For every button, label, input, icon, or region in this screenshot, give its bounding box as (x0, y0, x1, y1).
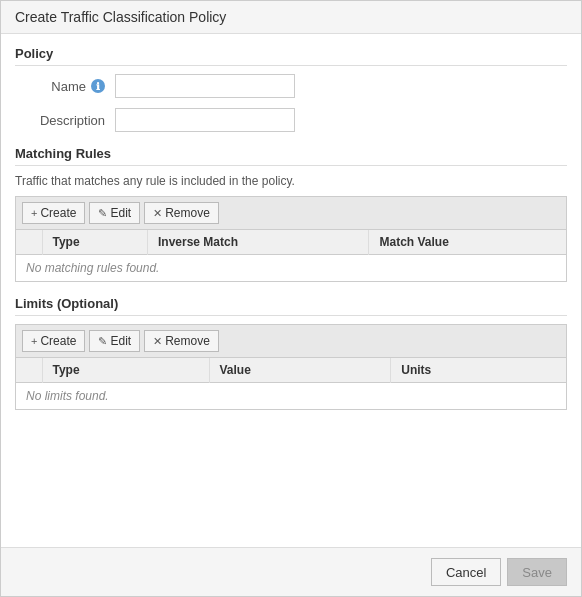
cancel-button[interactable]: Cancel (431, 558, 501, 586)
limits-table-container: Type Value Units No limits found. (15, 358, 567, 410)
name-label: Name ℹ (15, 79, 115, 94)
limits-remove-icon: ✕ (153, 335, 162, 348)
name-input[interactable] (115, 74, 295, 98)
matching-edit-icon: ✎ (98, 207, 107, 220)
description-input[interactable] (115, 108, 295, 132)
limits-header-row: Type Value Units (16, 358, 566, 383)
limits-empty-text: No limits found. (16, 383, 566, 410)
matching-col-inverse-match: Inverse Match (147, 230, 369, 255)
limits-edit-button[interactable]: ✎ Edit (89, 330, 140, 352)
matching-remove-icon: ✕ (153, 207, 162, 220)
matching-rules-toolbar: + Create ✎ Edit ✕ Remove (15, 196, 567, 230)
policy-section: Policy Name ℹ Description (15, 46, 567, 132)
limits-col-type: Type (42, 358, 209, 383)
limits-empty-row: No limits found. (16, 383, 566, 410)
limits-label: Limits (Optional) (15, 296, 567, 316)
dialog-container: Create Traffic Classification Policy Pol… (0, 0, 582, 597)
limits-col-value: Value (209, 358, 391, 383)
matching-rules-table-container: Type Inverse Match Match Value No matchi… (15, 230, 567, 282)
limits-create-button[interactable]: + Create (22, 330, 85, 352)
matching-rules-table: Type Inverse Match Match Value No matchi… (16, 230, 566, 281)
name-info-icon[interactable]: ℹ (91, 79, 105, 93)
matching-col-checkbox (16, 230, 42, 255)
matching-empty-text: No matching rules found. (16, 255, 566, 282)
matching-empty-row: No matching rules found. (16, 255, 566, 282)
limits-col-units: Units (391, 358, 566, 383)
matching-col-type: Type (42, 230, 147, 255)
description-label: Description (15, 113, 115, 128)
dialog-footer: Cancel Save (1, 547, 581, 596)
name-form-group: Name ℹ (15, 74, 567, 98)
description-form-group: Description (15, 108, 567, 132)
traffic-note: Traffic that matches any rule is include… (15, 174, 567, 188)
matching-create-icon: + (31, 207, 37, 219)
limits-table: Type Value Units No limits found. (16, 358, 566, 409)
matching-rules-header-row: Type Inverse Match Match Value (16, 230, 566, 255)
limits-remove-button[interactable]: ✕ Remove (144, 330, 219, 352)
policy-section-label: Policy (15, 46, 567, 66)
matching-rules-section: Matching Rules Traffic that matches any … (15, 146, 567, 282)
save-button[interactable]: Save (507, 558, 567, 586)
matching-col-match-value: Match Value (369, 230, 566, 255)
limits-col-checkbox (16, 358, 42, 383)
matching-edit-button[interactable]: ✎ Edit (89, 202, 140, 224)
dialog-body: Policy Name ℹ Description Matching Rules… (1, 34, 581, 547)
limits-toolbar: + Create ✎ Edit ✕ Remove (15, 324, 567, 358)
limits-section: Limits (Optional) + Create ✎ Edit ✕ Remo… (15, 296, 567, 410)
limits-edit-icon: ✎ (98, 335, 107, 348)
matching-remove-button[interactable]: ✕ Remove (144, 202, 219, 224)
dialog-title: Create Traffic Classification Policy (1, 1, 581, 34)
matching-rules-label: Matching Rules (15, 146, 567, 166)
limits-create-icon: + (31, 335, 37, 347)
matching-create-button[interactable]: + Create (22, 202, 85, 224)
